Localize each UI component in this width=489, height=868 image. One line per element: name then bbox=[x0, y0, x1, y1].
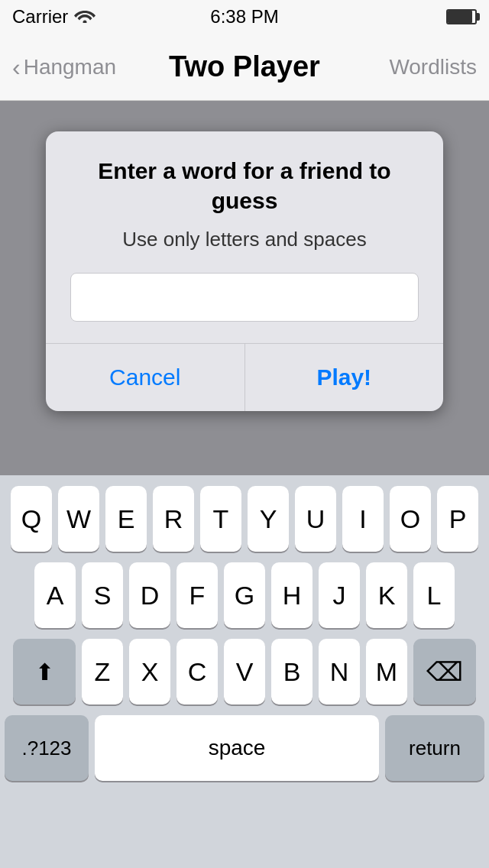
carrier-label: Carrier bbox=[12, 6, 68, 28]
nav-bar: ‹ Hangman Two Player Wordlists bbox=[0, 34, 489, 101]
key-d[interactable]: D bbox=[129, 562, 170, 628]
main-content: Enter a word for a friend to guess Use o… bbox=[0, 101, 489, 475]
key-o[interactable]: O bbox=[390, 486, 431, 552]
key-t[interactable]: T bbox=[200, 486, 241, 552]
key-w[interactable]: W bbox=[58, 486, 99, 552]
keyboard-row-3: ⬆ Z X C V B N M ⌫ bbox=[5, 639, 484, 704]
dialog: Enter a word for a friend to guess Use o… bbox=[46, 131, 443, 411]
status-right bbox=[446, 9, 477, 24]
return-key[interactable]: return bbox=[385, 715, 484, 781]
space-key[interactable]: space bbox=[95, 715, 379, 781]
key-k[interactable]: K bbox=[366, 562, 407, 628]
numbers-label: .?123 bbox=[21, 737, 71, 760]
key-b[interactable]: B bbox=[271, 639, 313, 704]
status-bar: Carrier 6:38 PM bbox=[0, 0, 489, 34]
key-l[interactable]: L bbox=[413, 562, 455, 628]
cancel-button[interactable]: Cancel bbox=[46, 344, 245, 411]
dialog-title: Enter a word for a friend to guess bbox=[70, 156, 419, 215]
key-e[interactable]: E bbox=[105, 486, 147, 552]
key-i[interactable]: I bbox=[342, 486, 384, 552]
delete-icon: ⌫ bbox=[426, 656, 463, 687]
back-chevron-icon: ‹ bbox=[12, 55, 21, 79]
battery-icon bbox=[446, 9, 477, 24]
key-j[interactable]: J bbox=[319, 562, 360, 628]
dialog-buttons: Cancel Play! bbox=[46, 343, 443, 411]
dialog-subtitle: Use only letters and spaces bbox=[70, 228, 419, 251]
key-c[interactable]: C bbox=[176, 639, 218, 704]
keyboard-row-4: .?123 space return bbox=[5, 715, 484, 781]
key-v[interactable]: V bbox=[224, 639, 265, 704]
key-g[interactable]: G bbox=[224, 562, 265, 628]
key-x[interactable]: X bbox=[129, 639, 170, 704]
status-time: 6:38 PM bbox=[210, 6, 278, 28]
keyboard-row-1: Q W E R T Y U I O P bbox=[5, 486, 484, 552]
play-button[interactable]: Play! bbox=[245, 344, 444, 411]
dialog-content: Enter a word for a friend to guess Use o… bbox=[46, 131, 443, 322]
key-z[interactable]: Z bbox=[82, 639, 123, 704]
keyboard: Q W E R T Y U I O P A S D F G H J K L ⬆ … bbox=[0, 475, 489, 868]
return-label: return bbox=[409, 737, 461, 760]
numbers-key[interactable]: .?123 bbox=[5, 715, 89, 781]
space-label: space bbox=[209, 736, 266, 760]
key-f[interactable]: F bbox=[176, 562, 218, 628]
svg-point-0 bbox=[83, 21, 87, 24]
key-h[interactable]: H bbox=[271, 562, 313, 628]
shift-icon: ⬆ bbox=[35, 659, 54, 685]
key-q[interactable]: Q bbox=[11, 486, 52, 552]
key-y[interactable]: Y bbox=[248, 486, 289, 552]
wordlists-button[interactable]: Wordlists bbox=[389, 55, 477, 79]
wifi-icon bbox=[74, 6, 96, 28]
key-s[interactable]: S bbox=[82, 562, 123, 628]
key-p[interactable]: P bbox=[437, 486, 478, 552]
back-button[interactable]: ‹ Hangman bbox=[12, 55, 116, 79]
key-n[interactable]: N bbox=[319, 639, 360, 704]
delete-key[interactable]: ⌫ bbox=[413, 639, 476, 704]
key-r[interactable]: R bbox=[153, 486, 194, 552]
status-left: Carrier bbox=[12, 6, 96, 28]
shift-key[interactable]: ⬆ bbox=[13, 639, 76, 704]
key-a[interactable]: A bbox=[34, 562, 76, 628]
key-m[interactable]: M bbox=[366, 639, 407, 704]
nav-title: Two Player bbox=[169, 50, 320, 83]
back-label: Hangman bbox=[24, 55, 116, 79]
key-u[interactable]: U bbox=[295, 486, 336, 552]
word-input[interactable] bbox=[70, 273, 419, 322]
keyboard-row-2: A S D F G H J K L bbox=[5, 562, 484, 628]
